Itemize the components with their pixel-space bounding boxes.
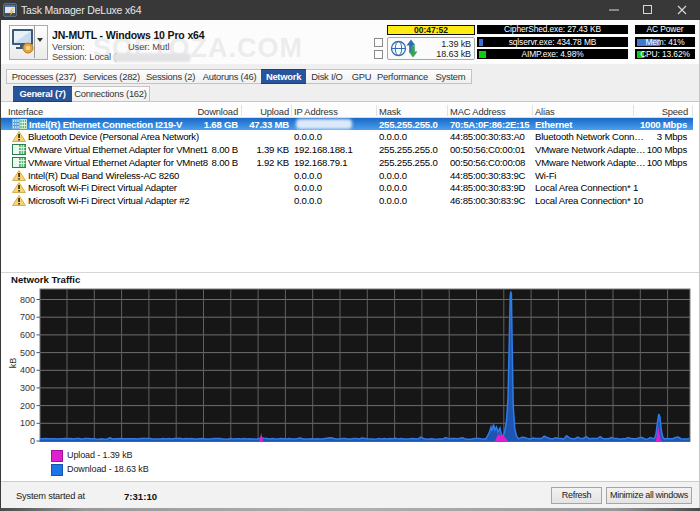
svg-text:600: 600	[20, 330, 35, 340]
svg-text:500: 500	[20, 348, 35, 358]
svg-text:700: 700	[20, 312, 35, 322]
svg-text:400: 400	[20, 365, 35, 375]
svg-text:100: 100	[20, 418, 35, 428]
svg-text:300: 300	[20, 383, 35, 393]
svg-text:800: 800	[20, 295, 35, 305]
svg-text:0: 0	[30, 436, 35, 446]
svg-text:200: 200	[20, 401, 35, 411]
